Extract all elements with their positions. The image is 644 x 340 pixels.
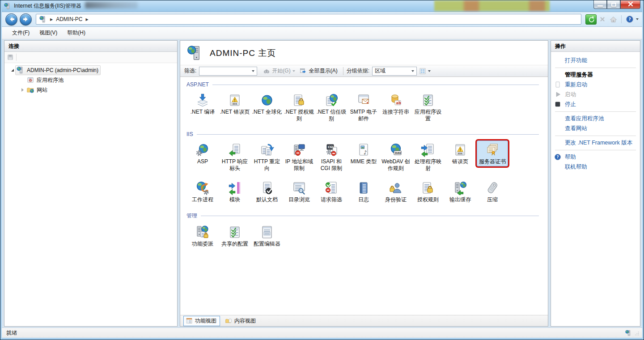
feature-application-settings[interactable]: 应用程序设置: [412, 91, 444, 123]
feature-net-compile[interactable]: .NET 编译: [187, 91, 218, 117]
feature-error-pages[interactable]: 404错误页: [445, 140, 476, 166]
status-bar: 就绪: [2, 327, 642, 338]
feature-label: 处理程序映射: [413, 158, 443, 172]
action-label[interactable]: 停止: [565, 101, 576, 108]
feature-modules[interactable]: 模块: [219, 178, 250, 204]
tree-item-server[interactable]: ADMIN-PC (admin-PC\admin): [7, 65, 175, 75]
minimize-button[interactable]: [593, 0, 607, 9]
feature-http-redirect[interactable]: HTTP 重定向: [251, 140, 283, 173]
expander-open-icon[interactable]: [10, 69, 15, 72]
resize-grip[interactable]: [634, 330, 640, 336]
breadcrumb[interactable]: ▶ ADMIN-PC ▶: [36, 14, 581, 25]
tree-node[interactable]: 应用程序池: [25, 75, 66, 85]
feature-net-globalization[interactable]: .NET 全球化: [251, 91, 283, 117]
feature-row: 功能委派共享的配置配置编辑器: [186, 222, 527, 253]
tree-node[interactable]: ADMIN-PC (admin-PC\admin): [15, 65, 101, 75]
feature-request-filtering[interactable]: 请求筛选: [316, 178, 347, 204]
action-label[interactable]: 联机帮助: [565, 163, 587, 171]
action-2-0[interactable]: 查看应用程序池: [551, 114, 640, 123]
divider: [555, 136, 636, 136]
tree-item-application-pools[interactable]: 应用程序池: [7, 75, 175, 85]
expander-closed-icon[interactable]: [20, 88, 25, 92]
new-connection-icon[interactable]: [7, 54, 14, 61]
action-label[interactable]: 打开功能: [565, 57, 587, 64]
back-button[interactable]: [5, 13, 17, 26]
refresh-button[interactable]: [585, 14, 597, 25]
tab-features-view[interactable]: 功能视图: [183, 316, 220, 326]
action-2-1[interactable]: 查看网站: [551, 124, 640, 133]
feature-webdav-authoring[interactable]: DAVWebDAV 创作规则: [380, 140, 411, 173]
breadcrumb-item-server[interactable]: ADMIN-PC: [56, 16, 82, 22]
filter-input[interactable]: [199, 67, 257, 76]
group-by-label: 分组依据:: [347, 67, 369, 75]
breadcrumb-arrow-icon[interactable]: ▶: [86, 17, 89, 21]
feature-default-document[interactable]: 默认文档: [251, 178, 283, 204]
action-3-0[interactable]: 更改 .NET Framework 版本: [551, 138, 640, 148]
tree-node[interactable]: 网站: [25, 85, 50, 95]
feature-compression[interactable]: 压缩: [477, 178, 508, 204]
menu-item-0[interactable]: 文件(F): [7, 27, 34, 39]
feature-label: 默认文档: [256, 196, 278, 203]
action-0-0[interactable]: 打开功能: [551, 56, 640, 65]
show-all-button[interactable]: 全部显示(A): [297, 67, 340, 75]
action-label[interactable]: 查看应用程序池: [565, 115, 604, 123]
tab-content-view[interactable]: 内容视图: [223, 316, 259, 326]
feature-connection-strings[interactable]: ab连接字符串: [380, 91, 411, 117]
filter-toolbar: 筛选: 开始(G) 全部显示(A) 分组依据: 区域: [180, 65, 548, 77]
feature-net-error-pages[interactable]: 404.NET 错误页: [219, 91, 250, 117]
feature-feature-delegation[interactable]: 功能委派: [187, 223, 218, 249]
feature-label: SMTP 电子邮件: [348, 109, 379, 122]
feature-http-response-headers[interactable]: HTTP 响应标头: [219, 140, 250, 173]
feature-mime-types[interactable]: ♪MIME 类型: [348, 140, 379, 166]
help-button[interactable]: ?: [624, 14, 635, 25]
action-label[interactable]: 查看网站: [565, 125, 587, 132]
feature-shared-configuration[interactable]: 共享的配置: [219, 223, 250, 249]
feature-smtp-email[interactable]: SMTP 电子邮件: [348, 91, 379, 123]
action-restart[interactable]: 重新启动: [551, 80, 640, 89]
ip-restrictions-icon: [292, 143, 306, 157]
feature-asp[interactable]: ASP: [187, 140, 218, 166]
go-button[interactable]: 开始(G): [261, 67, 297, 75]
error-pages-icon: 404: [453, 143, 467, 157]
feature-label: 工作进程: [192, 196, 213, 203]
feature-output-caching[interactable]: 输出缓存: [445, 178, 476, 204]
feature-net-trust-levels[interactable]: .NET 信任级别: [316, 91, 347, 123]
action-help[interactable]: ?帮助: [551, 153, 640, 162]
chevron-down-icon: [292, 70, 295, 72]
close-icon: [628, 0, 633, 8]
action-stop[interactable]: 停止: [551, 100, 640, 109]
group-by-select[interactable]: 区域: [372, 67, 417, 76]
stop-refresh-button[interactable]: [597, 14, 608, 25]
feature-server-certificates[interactable]: 服务器证书: [477, 140, 508, 166]
chevron-down-icon[interactable]: [636, 18, 639, 20]
feature-handler-mappings[interactable]: 处理程序映射: [412, 140, 444, 173]
tab-label: 内容视图: [234, 317, 256, 325]
group-title: 管理: [186, 212, 197, 220]
home-button[interactable]: [608, 14, 619, 25]
isapi-cgi-restrictions-icon: CGI: [324, 143, 339, 157]
view-style-button[interactable]: [417, 68, 433, 75]
feature-worker-processes[interactable]: 工作进程: [187, 178, 218, 204]
feature-logging[interactable]: 日志: [348, 178, 379, 204]
action-label[interactable]: 更改 .NET Framework 版本: [565, 139, 632, 147]
forward-button[interactable]: [20, 13, 32, 26]
close-button[interactable]: [620, 0, 640, 9]
menu-item-2[interactable]: 帮助(H): [62, 27, 90, 39]
feature-configuration-editor[interactable]: 配置编辑器: [251, 223, 283, 249]
feature-directory-browsing[interactable]: 目录浏览: [284, 178, 315, 204]
action-4-1[interactable]: 联机帮助: [551, 162, 640, 172]
feature-label: .NET 错误页: [220, 109, 250, 115]
maximize-button[interactable]: [607, 0, 620, 9]
tree-item-sites[interactable]: 网站: [7, 85, 175, 95]
feature-ip-restrictions[interactable]: IP 地址和域限制: [284, 140, 315, 173]
action-label[interactable]: 重新启动: [565, 81, 587, 89]
menu-item-1[interactable]: 视图(V): [34, 27, 62, 39]
action-label[interactable]: 帮助: [565, 153, 576, 161]
feature-net-authorization-rules[interactable]: .NET 授权规则: [284, 91, 315, 123]
feature-authentication[interactable]: 身份验证: [380, 178, 411, 204]
feature-authorization-rules[interactable]: 授权规则: [412, 178, 444, 204]
request-filtering-icon: [324, 181, 339, 195]
feature-label: 共享的配置: [221, 241, 248, 247]
feature-isapi-cgi-restrictions[interactable]: CGIISAPI 和 CGI 限制: [316, 140, 347, 173]
modules-icon: [228, 181, 242, 195]
